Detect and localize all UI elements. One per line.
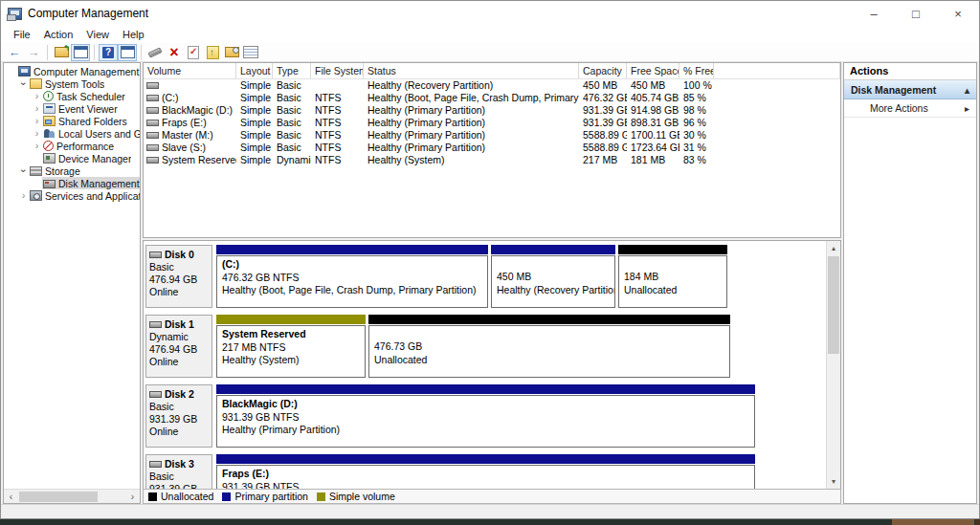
column-header-type[interactable]: Type — [273, 63, 311, 78]
tree-item-storage[interactable]: Storage — [4, 164, 140, 177]
scrollbar-thumb[interactable] — [828, 256, 839, 354]
refresh-icon[interactable] — [145, 44, 165, 61]
show-console-tree-icon[interactable] — [71, 44, 90, 61]
tree-item-disk-management[interactable]: Disk Management — [4, 177, 140, 189]
expander-icon[interactable] — [18, 78, 29, 89]
column-header-status[interactable]: Status — [364, 63, 579, 78]
disk-label-box[interactable]: Disk 2 Basic 931.39 GB Online — [145, 384, 212, 448]
volume-row[interactable]: System Reserved Simple Dynamic NTFS Heal… — [144, 154, 840, 166]
expander-icon[interactable] — [18, 190, 29, 201]
scrollbar-thumb[interactable] — [19, 492, 98, 502]
menu-help[interactable]: Help — [116, 26, 151, 43]
volume-filesystem: NTFS — [311, 104, 364, 117]
volume-status: Healthy (Primary Partition) — [364, 142, 579, 154]
actions-group-label: Disk Management — [851, 84, 936, 96]
partition-healthy-recovery-partition-[interactable]: 450 MB Healthy (Recovery Partition) — [491, 245, 615, 308]
forward-icon[interactable] — [24, 44, 43, 61]
expander-icon[interactable] — [18, 165, 29, 176]
help-icon[interactable] — [99, 44, 118, 61]
properties-icon[interactable] — [241, 44, 260, 61]
tree-item-system-tools[interactable]: System Tools — [4, 77, 140, 90]
services-icon — [30, 190, 42, 201]
console-tree: Computer Management (Local System Tools … — [4, 63, 140, 202]
column-header-volume[interactable]: Volume — [144, 63, 236, 78]
minimize-button[interactable]: – — [853, 1, 895, 26]
volume-free-space: 1700.11 GB — [627, 129, 679, 142]
tree-item-shared-folders[interactable]: Shared Folders — [4, 115, 140, 127]
scroll-down-icon[interactable]: ▾ — [827, 474, 840, 489]
column-header-filler[interactable] — [714, 63, 840, 78]
legend-color-swatch — [148, 492, 157, 501]
volume-row[interactable]: (C:) Simple Basic NTFS Healthy (Boot, Pa… — [144, 92, 840, 104]
expander-icon[interactable] — [32, 103, 42, 114]
column-header-capacity[interactable]: Capacity — [579, 63, 627, 78]
volume-layout: Simple — [236, 129, 273, 142]
column-header-layout[interactable]: Layout — [236, 63, 273, 78]
tree-item-event-viewer[interactable]: Event Viewer — [4, 102, 140, 115]
maximize-button[interactable]: □ — [895, 1, 937, 26]
tree-item-services[interactable]: Services and Applications — [4, 189, 140, 202]
computer-management-window: Computer Management – □ × FileActionView… — [0, 0, 980, 519]
partition-blackmagic-d-[interactable]: BlackMagic (D:) 931.39 GB NTFS Healthy (… — [216, 384, 755, 448]
partition-color-strip — [491, 245, 615, 254]
tree-item-device-manager[interactable]: Device Manager — [4, 152, 140, 164]
column-header--free[interactable]: % Free — [679, 63, 714, 78]
partition-size: 450 MB — [497, 271, 614, 284]
partition-color-strip — [216, 384, 755, 394]
scroll-up-icon[interactable]: ▴ — [827, 241, 840, 255]
export-icon[interactable] — [52, 44, 71, 61]
volume-name: Slave (S:) — [162, 142, 206, 154]
tree-horizontal-scrollbar[interactable]: ‹ › — [4, 489, 140, 503]
tree-item-local-users[interactable]: Local Users and Groups — [4, 127, 140, 140]
volume-row[interactable]: Slave (S:) Simple Basic NTFS Healthy (Pr… — [144, 142, 840, 154]
disk-view-vertical-scrollbar[interactable]: ▴ ▾ — [826, 241, 840, 489]
scroll-right-icon[interactable]: › — [125, 490, 140, 503]
menu-action[interactable]: Action — [37, 26, 80, 43]
new-volume-icon[interactable] — [203, 44, 222, 61]
volume-capacity: 5588.89 GB — [579, 129, 627, 142]
column-header-free-space[interactable]: Free Space — [627, 63, 679, 78]
volume-icon — [146, 157, 159, 164]
column-header-file-system[interactable]: File System — [311, 63, 364, 78]
disk-status: Online — [149, 356, 212, 368]
disk-label-box[interactable]: Disk 3 Basic 931.39 GB Online — [145, 454, 212, 489]
partition-system-reserved[interactable]: System Reserved 217 MB NTFS Healthy (Sys… — [216, 315, 366, 378]
partition-status: Healthy (System) — [222, 354, 365, 367]
volume-list-header: VolumeLayoutTypeFile SystemStatusCapacit… — [144, 63, 840, 79]
disk-row-disk-0: Disk 0 Basic 476.94 GB Online (C:) 476.3… — [145, 245, 840, 308]
more-actions-item[interactable]: More Actions — [844, 99, 976, 118]
disk-label-box[interactable]: Disk 1 Dynamic 476.94 GB Online — [145, 315, 212, 378]
expander-icon[interactable] — [32, 116, 42, 126]
volume-row[interactable]: Simple Basic Healthy (Recovery Partition… — [144, 79, 840, 92]
volume-row[interactable]: Fraps (E:) Simple Basic NTFS Healthy (Pr… — [144, 117, 840, 129]
volume-row[interactable]: BlackMagic (D:) Simple Basic NTFS Health… — [144, 104, 840, 117]
menu-file[interactable]: File — [7, 26, 37, 43]
show-action-pane-icon[interactable] — [118, 44, 137, 61]
partition-unallocated[interactable]: 476.73 GB Unallocated — [368, 315, 730, 378]
partition--c-[interactable]: (C:) 476.32 GB NTFS Healthy (Boot, Page … — [216, 245, 488, 308]
close-button[interactable]: × — [937, 1, 979, 26]
volume-free-space: 181 MB — [627, 154, 679, 166]
disk-label-box[interactable]: Disk 0 Basic 476.94 GB Online — [145, 245, 212, 308]
partition-status: Unallocated — [374, 354, 729, 367]
collapse-chevron-icon[interactable] — [965, 84, 969, 96]
tree-item-task-scheduler[interactable]: Task Scheduler — [4, 90, 140, 102]
partition-unallocated[interactable]: 184 MB Unallocated — [618, 245, 727, 308]
tree-item-performance[interactable]: Performance — [4, 140, 140, 152]
menu-view[interactable]: View — [79, 26, 116, 43]
volume-capacity: 931.39 GB — [579, 104, 627, 117]
expander-icon[interactable] — [32, 128, 42, 139]
tree-item-computer[interactable]: Computer Management (Local — [4, 65, 140, 77]
check-disk-icon[interactable] — [184, 44, 203, 61]
partition-fraps-e-[interactable]: Fraps (E:) 931.39 GB NTFS — [216, 454, 755, 489]
explore-icon[interactable] — [222, 44, 241, 61]
expander-icon[interactable] — [32, 141, 42, 151]
delete-icon[interactable] — [165, 44, 184, 61]
scroll-left-icon[interactable]: ‹ — [4, 490, 18, 503]
actions-disk-management-group[interactable]: Disk Management — [844, 80, 976, 99]
expander-icon[interactable] — [32, 91, 42, 101]
volume-type: Basic — [273, 117, 311, 129]
disk-size: 476.94 GB — [149, 273, 212, 286]
back-icon[interactable] — [5, 44, 24, 61]
volume-row[interactable]: Master (M:) Simple Basic NTFS Healthy (P… — [144, 129, 840, 142]
